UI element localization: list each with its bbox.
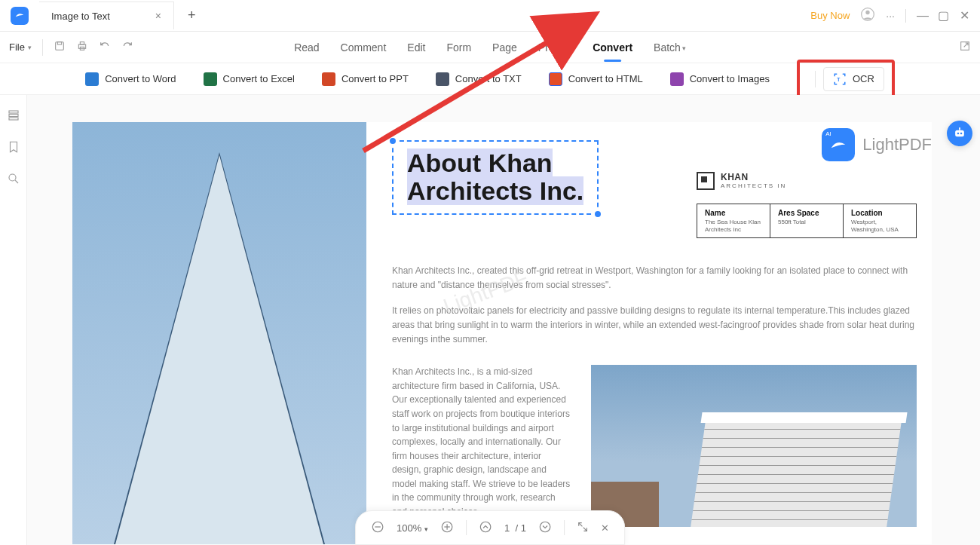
document-page: LightPDF About Khan Architects Inc. [72,122,932,544]
document-viewport[interactable]: LightPDF About Khan Architects Inc. [27,95,980,545]
close-tab-icon[interactable]: × [155,10,161,22]
svg-point-12 [9,174,16,181]
excel-icon [204,72,217,86]
next-page-button[interactable] [538,520,552,536]
selection-handle-tl[interactable] [388,136,397,145]
convert-to-excel-button[interactable]: Convert to Excel [204,72,295,86]
new-tab-button[interactable]: + [188,8,196,23]
toolbar: File▾ Read Comment Edit Form Page Protec… [0,32,980,63]
html-icon [549,72,562,86]
divider [905,9,906,23]
lightpdf-logo: LightPDF [822,128,932,161]
svg-rect-3 [57,41,61,44]
convert-to-images-button[interactable]: Convert to Images [670,72,770,86]
window-close-button[interactable]: ✕ [959,8,969,23]
ocr-button[interactable]: T OCR [823,67,884,91]
svg-rect-11 [9,118,18,120]
tab-convert[interactable]: Convert [591,34,634,61]
ocr-icon: T [833,72,847,86]
search-icon[interactable] [7,172,20,188]
file-menu[interactable]: File▾ [9,41,32,53]
svg-rect-5 [80,41,84,44]
divider [466,520,467,535]
svg-rect-9 [9,111,18,113]
svg-rect-24 [955,130,964,136]
convert-to-word-button[interactable]: Convert to Word [85,72,176,86]
text-selection[interactable]: About Khan Architects Inc. [392,140,599,215]
convert-to-ppt-button[interactable]: Convert to PPT [322,72,409,86]
svg-rect-10 [9,115,18,117]
lightpdf-text: LightPDF [862,135,932,155]
svg-point-26 [960,133,963,135]
svg-rect-2 [56,41,64,50]
hero-photo [72,122,366,544]
divider [42,39,43,56]
tab-protect[interactable]: Protect [537,34,573,61]
svg-point-25 [957,133,960,135]
tab-batch[interactable]: Batch▾ [652,34,688,61]
thumbnails-icon[interactable] [7,109,20,125]
tab-edit[interactable]: Edit [406,34,427,61]
khan-logo-icon [697,172,715,190]
svg-point-1 [866,10,870,14]
ppt-icon [322,72,335,86]
convert-toolbar: Convert to Word Convert to Excel Convert… [0,63,980,95]
svg-line-23 [583,527,587,531]
zoom-in-button[interactable] [440,520,454,536]
tab-comment[interactable]: Comment [339,34,388,61]
txt-icon [436,72,449,86]
tab-title: Image to Text [51,11,110,22]
window-maximize-button[interactable]: ▢ [938,8,948,23]
brand-name: KHAN [721,173,786,182]
print-icon[interactable] [76,40,88,55]
document-heading: About Khan Architects Inc. [407,149,583,206]
undo-icon[interactable] [99,40,111,55]
paragraph-1: Khan Architects Inc., created this off-g… [392,264,917,292]
selection-handle-br[interactable] [593,210,602,219]
document-tab[interactable]: Image to Text × [39,2,174,29]
redo-icon[interactable] [121,40,133,55]
svg-rect-4 [78,44,85,48]
word-icon [85,72,99,86]
main-tabs: Read Comment Edit Form Page Protect Conv… [292,34,688,61]
save-icon[interactable] [54,40,66,55]
fullscreen-button[interactable] [577,521,589,535]
secondary-photo [591,365,917,527]
svg-line-22 [579,522,583,526]
left-rail [0,95,27,545]
body-paragraphs: Khan Architects Inc., created this off-g… [392,264,917,347]
status-bar: 100% ▾ 1 / 1 ✕ [355,510,625,545]
app-logo-icon [11,7,29,25]
tab-form[interactable]: Form [445,34,473,61]
info-table: NameThe Sea House Klan Architects Inc Ar… [697,204,917,238]
window-minimize-button[interactable]: — [917,9,927,23]
titlebar: Image to Text × + Buy Now ··· — ▢ ✕ [0,0,980,32]
open-external-icon[interactable] [959,40,971,55]
zoom-out-button[interactable] [371,520,384,536]
document-body: LightPDF About Khan Architects Inc. [366,122,932,544]
buy-now-link[interactable]: Buy Now [810,10,850,21]
more-menu-icon[interactable]: ··· [886,10,895,22]
ocr-highlight-box: T OCR [797,60,895,99]
tab-page[interactable]: Page [491,34,519,61]
close-statusbar-button[interactable]: ✕ [601,522,609,534]
bookmark-icon[interactable] [7,140,20,157]
paragraph-2: It relies on photovoltaic panels for ele… [392,304,917,348]
brand-subtitle: ARCHITECTS IN [721,182,786,189]
content-area: LightPDF About Khan Architects Inc. [0,95,980,545]
svg-line-13 [15,180,18,183]
prev-page-button[interactable] [479,520,492,536]
khan-logo: KHAN ARCHITECTS IN [697,172,917,190]
svg-point-20 [480,522,491,532]
paragraph-3: Khan Architects Inc., is a mid-sized arc… [392,365,573,527]
ai-assistant-button[interactable] [947,121,972,146]
divider [815,71,816,87]
svg-point-28 [959,127,960,129]
convert-to-txt-button[interactable]: Convert to TXT [436,72,522,86]
user-avatar-icon[interactable] [860,7,875,25]
zoom-level[interactable]: 100% ▾ [397,522,428,534]
tab-read[interactable]: Read [292,34,320,61]
convert-to-html-button[interactable]: Convert to HTML [549,72,643,86]
page-indicator: 1 / 1 [504,522,526,534]
svg-text:T: T [837,77,841,82]
